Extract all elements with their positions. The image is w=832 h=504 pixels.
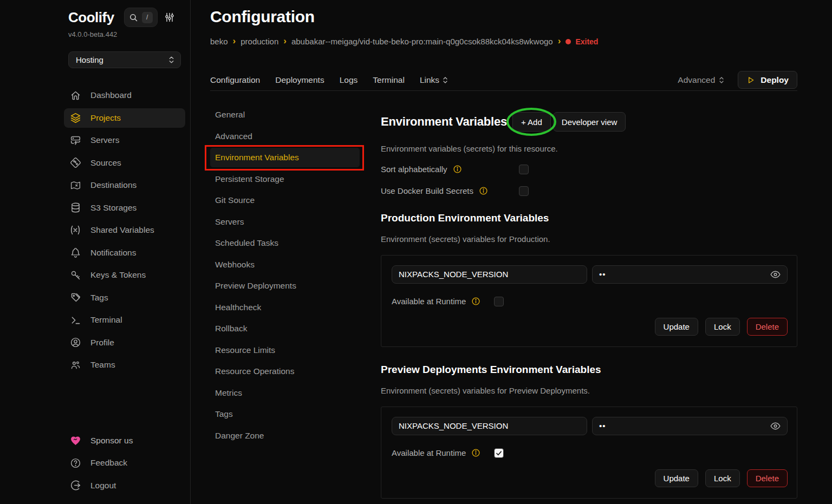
variable-value-input[interactable] — [592, 417, 788, 435]
docker-build-secrets-checkbox[interactable] — [519, 186, 529, 196]
sidebar-item-logout[interactable]: Logout — [64, 476, 185, 495]
sidebar-item-label: Servers — [90, 135, 119, 145]
subnav-label: Scheduled Tasks — [215, 238, 278, 248]
add-variable-button[interactable]: + Add — [512, 112, 551, 132]
tab-deployments[interactable]: Deployments — [275, 75, 324, 85]
subnav-label: Resource Operations — [215, 366, 294, 376]
developer-view-button[interactable]: Developer view — [553, 112, 626, 132]
subnav-servers[interactable]: Servers — [210, 212, 360, 232]
sidebar-item-label: Destinations — [90, 180, 136, 190]
sidebar-item-s3-storages[interactable]: S3 Storages — [64, 198, 185, 218]
sidebar-item-notifications[interactable]: Notifications — [64, 243, 185, 263]
eye-icon[interactable] — [770, 420, 781, 431]
breadcrumb-environment[interactable]: production — [240, 37, 278, 46]
database-icon — [69, 202, 81, 214]
subnav-advanced[interactable]: Advanced — [210, 127, 360, 146]
subnav-label: Persistent Storage — [215, 174, 284, 184]
server-icon — [69, 134, 81, 146]
info-icon[interactable] — [471, 297, 480, 306]
sidebar-item-sources[interactable]: Sources — [64, 153, 185, 173]
breadcrumb-project[interactable]: beko — [210, 37, 228, 46]
chevron-updown-icon — [718, 76, 725, 84]
configuration-subnav: General Advanced Environment Variables P… — [210, 105, 360, 499]
git-source-icon — [69, 157, 81, 169]
info-icon[interactable] — [453, 165, 462, 174]
lock-button[interactable]: Lock — [705, 469, 740, 487]
lock-button[interactable]: Lock — [705, 318, 740, 336]
sidebar-item-sponsor[interactable]: Sponsor us — [64, 431, 185, 450]
subnav-general[interactable]: General — [210, 105, 360, 125]
sidebar-item-keys-tokens[interactable]: Keys & Tokens — [64, 265, 185, 285]
available-at-runtime-checkbox[interactable] — [494, 297, 504, 306]
app-logo: Coolify — [68, 9, 114, 26]
production-variable-card: Available at Runtime Update Lock Delete — [381, 255, 797, 347]
app-version: v4.0.0-beta.442 — [68, 30, 185, 38]
delete-button[interactable]: Delete — [747, 469, 788, 487]
sort-alphabetically-checkbox[interactable] — [519, 165, 529, 174]
sidebar-item-servers[interactable]: Servers — [64, 130, 185, 150]
sidebar-item-shared-variables[interactable]: Shared Variables — [64, 220, 185, 240]
subnav-resource-operations[interactable]: Resource Operations — [210, 362, 360, 381]
tab-terminal[interactable]: Terminal — [373, 75, 405, 85]
settings-sliders-icon[interactable] — [164, 12, 175, 23]
home-icon — [69, 89, 81, 101]
subnav-scheduled-tasks[interactable]: Scheduled Tasks — [210, 233, 360, 253]
sidebar-item-destinations[interactable]: Destinations — [64, 175, 185, 195]
sidebar-item-feedback[interactable]: Feedback — [64, 453, 185, 473]
deploy-button[interactable]: Deploy — [738, 71, 797, 89]
env-vars-title: Environment Variables — [381, 115, 507, 129]
info-icon[interactable] — [479, 186, 488, 195]
tab-links[interactable]: Links — [420, 75, 448, 85]
variable-name-input[interactable] — [392, 417, 587, 435]
subnav-git-source[interactable]: Git Source — [210, 191, 360, 210]
subnav-metrics[interactable]: Metrics — [210, 383, 360, 403]
play-icon — [746, 76, 755, 84]
tab-logs[interactable]: Logs — [340, 75, 358, 85]
subnav-healthcheck[interactable]: Healthcheck — [210, 298, 360, 317]
environment-variables-panel: Environment Variables + Add Developer vi… — [381, 105, 797, 499]
sidebar-item-label: Sources — [90, 158, 121, 168]
team-select[interactable]: Hosting — [68, 51, 181, 68]
advanced-dropdown[interactable]: Advanced — [678, 75, 725, 85]
search-shortcut-key: / — [142, 12, 153, 23]
logout-icon — [69, 480, 81, 492]
info-icon[interactable] — [471, 448, 480, 457]
sidebar-item-tags[interactable]: Tags — [64, 288, 185, 307]
subnav-label: Danger Zone — [215, 431, 264, 441]
subnav-webhooks[interactable]: Webhooks — [210, 255, 360, 274]
subnav-environment-variables[interactable]: Environment Variables — [210, 148, 360, 167]
variable-name-input[interactable] — [392, 265, 587, 284]
sidebar-item-terminal[interactable]: Terminal — [64, 310, 185, 330]
status-label: Exited — [575, 37, 598, 46]
subnav-label: Preview Deployments — [215, 281, 296, 291]
subnav-danger-zone[interactable]: Danger Zone — [210, 426, 360, 446]
sidebar-item-label: Notifications — [90, 248, 136, 258]
deploy-button-label: Deploy — [760, 75, 789, 85]
eye-icon[interactable] — [770, 269, 781, 280]
production-section-subtitle: Environment (secrets) variables for Prod… — [381, 234, 797, 244]
variable-value-input[interactable] — [592, 265, 788, 284]
sort-alphabetically-label: Sort alphabetically — [381, 165, 447, 174]
subnav-resource-limits[interactable]: Resource Limits — [210, 341, 360, 360]
advanced-dropdown-label: Advanced — [678, 75, 715, 85]
breadcrumb-resource[interactable]: abubakar--meigag/vid-tube-beko-pro:main-… — [291, 37, 553, 46]
team-select-value: Hosting — [76, 55, 103, 64]
available-at-runtime-checkbox[interactable] — [494, 448, 504, 458]
subnav-tags[interactable]: Tags — [210, 404, 360, 424]
sidebar-item-projects[interactable]: Projects — [64, 108, 185, 128]
sidebar-item-dashboard[interactable]: Dashboard — [64, 86, 185, 105]
search-button[interactable]: / — [124, 8, 158, 27]
update-button[interactable]: Update — [655, 318, 698, 336]
subnav-persistent-storage[interactable]: Persistent Storage — [210, 169, 360, 189]
tab-links-label: Links — [420, 75, 439, 85]
sidebar-item-label: Teams — [90, 360, 115, 370]
sidebar-item-teams[interactable]: Teams — [64, 355, 185, 375]
subnav-label: Metrics — [215, 388, 242, 398]
subnav-rollback[interactable]: Rollback — [210, 319, 360, 338]
delete-button[interactable]: Delete — [747, 318, 788, 336]
subnav-label: Healthcheck — [215, 303, 261, 312]
tab-configuration[interactable]: Configuration — [210, 75, 260, 85]
sidebar-item-profile[interactable]: Profile — [64, 333, 185, 352]
update-button[interactable]: Update — [655, 469, 698, 487]
subnav-preview-deployments[interactable]: Preview Deployments — [210, 276, 360, 296]
